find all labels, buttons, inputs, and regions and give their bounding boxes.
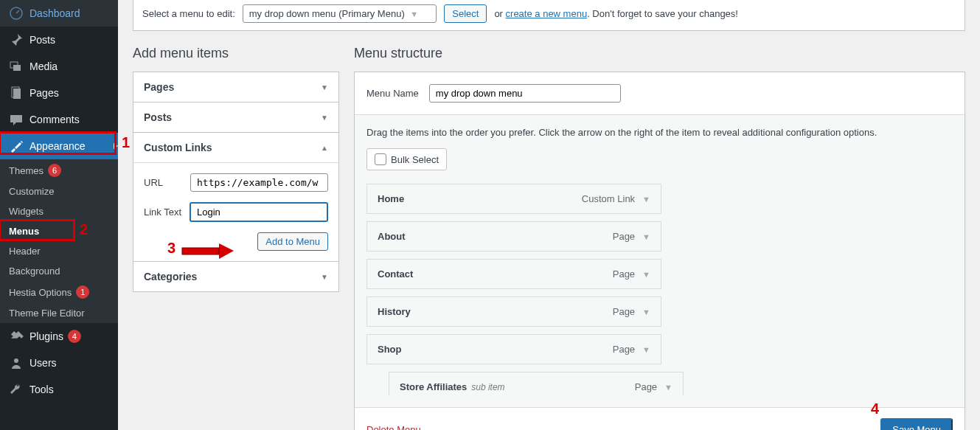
- sub-item-theme-editor[interactable]: Theme File Editor: [0, 303, 118, 323]
- url-input[interactable]: [190, 173, 328, 192]
- add-items-heading: Add menu items: [133, 46, 339, 61]
- caret-down-icon: ▼: [321, 114, 328, 122]
- sidebar-item-media[interactable]: Media: [0, 53, 118, 80]
- add-menu-items-panel: Add menu items Pages ▼ Posts ▼: [133, 46, 339, 430]
- menu-select-bar: Select a menu to edit: my drop down menu…: [133, 0, 965, 31]
- sidebar-label: Plugins: [29, 330, 63, 342]
- sidebar-label: Posts: [29, 34, 55, 46]
- svg-rect-2: [13, 65, 21, 71]
- acc-title: Pages: [144, 81, 174, 93]
- sidebar-item-posts[interactable]: Posts: [0, 27, 118, 53]
- acc-title: Posts: [144, 111, 172, 123]
- sidebar-item-comments[interactable]: Comments: [0, 106, 118, 133]
- appearance-submenu: Themes 6 Customize Widgets Menus 2 Heade…: [0, 159, 118, 323]
- acc-title: Categories: [144, 271, 197, 282]
- custom-links-accordion: Custom Links ▲ URL Link Text: [133, 132, 339, 262]
- menu-item-title: Store Affiliates: [400, 381, 467, 392]
- caret-down-icon: ▼: [321, 273, 328, 281]
- pages-toggle[interactable]: Pages ▼: [133, 72, 338, 102]
- menu-name-label: Menu Name: [366, 88, 419, 99]
- menu-item-title: Contact: [378, 268, 413, 280]
- sidebar-item-tools[interactable]: Tools: [0, 376, 118, 403]
- main-content: Select a menu to edit: my drop down menu…: [118, 0, 980, 430]
- sub-label: Customize: [9, 186, 54, 197]
- svg-rect-6: [182, 248, 219, 254]
- pages-accordion: Pages ▼: [133, 72, 339, 103]
- menu-item-title: History: [378, 306, 411, 317]
- acc-title: Custom Links: [144, 142, 212, 153]
- caret-up-icon: ▲: [321, 144, 328, 152]
- chevron-down-icon[interactable]: ▼: [642, 345, 650, 354]
- bulk-select-button[interactable]: Bulk Select: [366, 148, 447, 170]
- posts-accordion: Posts ▼: [133, 102, 339, 133]
- menu-item-about[interactable]: About Page▼: [366, 221, 661, 252]
- chevron-down-icon[interactable]: ▼: [664, 383, 673, 392]
- update-badge: 1: [76, 285, 89, 299]
- menu-name-input[interactable]: [429, 84, 621, 103]
- sidebar-item-plugins[interactable]: Plugins 4: [0, 323, 118, 350]
- chevron-down-icon[interactable]: ▼: [642, 232, 650, 241]
- menu-item-type: Custom Link: [582, 193, 635, 204]
- sidebar-label: Dashboard: [29, 7, 80, 19]
- sub-item-background[interactable]: Background: [0, 261, 118, 281]
- chevron-down-icon: ▼: [410, 10, 418, 18]
- chevron-down-icon[interactable]: ▼: [642, 308, 650, 316]
- create-menu-link[interactable]: create a new menu: [506, 8, 588, 19]
- sidebar-label: Media: [29, 60, 58, 72]
- menu-item-title: About: [378, 231, 406, 242]
- sidebar-item-users[interactable]: Users: [0, 350, 118, 376]
- checkbox-icon: [375, 153, 386, 165]
- tools-icon: [9, 382, 24, 397]
- sidebar-label: Tools: [29, 384, 54, 395]
- chevron-down-icon[interactable]: ▼: [642, 270, 650, 279]
- sidebar-item-pages[interactable]: Pages: [0, 80, 118, 106]
- menu-item-home[interactable]: Home Custom Link▼: [366, 184, 661, 214]
- sub-item-widgets[interactable]: Widgets: [0, 201, 118, 221]
- select-button[interactable]: Select: [444, 4, 487, 23]
- sidebar-item-appearance[interactable]: Appearance: [0, 133, 118, 159]
- menu-item-affiliates[interactable]: Store Affiliatessub item Page▼: [389, 372, 684, 395]
- sub-label: Themes: [9, 165, 44, 176]
- select-label: Select a menu to edit:: [142, 8, 235, 19]
- sub-item-hestia[interactable]: Hestia Options 1: [0, 281, 118, 303]
- save-menu-button[interactable]: Save Menu: [880, 418, 953, 430]
- posts-toggle[interactable]: Posts ▼: [133, 103, 338, 132]
- sub-item-themes[interactable]: Themes 6: [0, 159, 118, 181]
- menu-item-type: Page: [613, 306, 635, 317]
- menu-dropdown[interactable]: my drop down menu (Primary Menu) ▼: [243, 4, 437, 23]
- caret-down-icon: ▼: [321, 83, 328, 91]
- users-icon: [9, 356, 24, 370]
- sub-label: Widgets: [9, 206, 44, 217]
- delete-menu-link[interactable]: Delete Menu: [366, 424, 421, 430]
- menu-item-shop[interactable]: Shop Page▼: [366, 334, 661, 364]
- structure-heading: Menu structure: [354, 46, 965, 61]
- sub-item-header[interactable]: Header: [0, 241, 118, 261]
- comments-icon: [9, 112, 24, 127]
- admin-sidebar: Dashboard Posts Media Pages Comments App…: [0, 0, 118, 430]
- menu-item-contact[interactable]: Contact Page▼: [366, 259, 661, 289]
- svg-rect-4: [13, 89, 21, 99]
- sidebar-label: Users: [29, 357, 57, 369]
- add-to-menu-button[interactable]: Add to Menu: [257, 232, 328, 251]
- reminder-text: . Don't forget to save your changes!: [587, 8, 738, 19]
- update-badge: 6: [48, 164, 61, 177]
- sidebar-label: Comments: [29, 114, 80, 125]
- menu-item-title: Shop: [378, 344, 402, 355]
- linktext-label: Link Text: [144, 207, 182, 218]
- sub-item-customize[interactable]: Customize: [0, 181, 118, 201]
- categories-toggle[interactable]: Categories ▼: [133, 262, 338, 291]
- sub-label: Header: [9, 246, 41, 257]
- categories-accordion: Categories ▼: [133, 261, 339, 292]
- linktext-input[interactable]: [190, 202, 328, 222]
- sub-item-menus[interactable]: Menus: [0, 221, 118, 241]
- chevron-down-icon[interactable]: ▼: [642, 195, 650, 204]
- url-label: URL: [144, 177, 183, 188]
- svg-point-5: [14, 358, 18, 363]
- menu-structure-panel: Menu structure Menu Name Drag the items …: [354, 46, 965, 430]
- menu-item-type: Page: [613, 344, 635, 355]
- custom-links-toggle[interactable]: Custom Links ▲: [133, 133, 338, 162]
- menu-item-history[interactable]: History Page▼: [366, 297, 661, 327]
- annotation-arrow: [181, 243, 237, 260]
- sidebar-item-dashboard[interactable]: Dashboard: [0, 0, 118, 27]
- svg-marker-7: [219, 243, 234, 259]
